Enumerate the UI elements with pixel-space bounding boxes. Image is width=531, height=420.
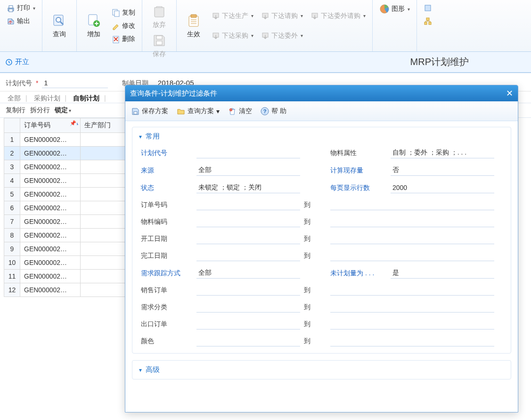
svg-rect-26 — [134, 112, 137, 114]
fld-source-label: 来源 — [141, 166, 193, 175]
fld-order-no-to[interactable] — [330, 200, 494, 210]
fld-plan-code-label: 计划代号 — [141, 149, 193, 157]
close-icon[interactable]: ✕ — [506, 88, 513, 99]
clear-button[interactable]: 清空 — [228, 107, 252, 115]
fld-status-value[interactable]: 未锁定 ；锁定 ；关闭 — [196, 182, 300, 193]
save-scheme-button[interactable]: 保存方案 — [131, 107, 168, 115]
to-label: 到 — [304, 218, 327, 226]
fld-material-code-label: 物料编码 — [141, 218, 193, 226]
fld-start-date-label: 开工日期 — [141, 235, 193, 243]
fld-unplanned-value[interactable]: 是 — [391, 268, 494, 279]
to-label: 到 — [304, 320, 327, 329]
fld-demand-class-to[interactable] — [330, 302, 494, 313]
fld-color-label: 颜色 — [141, 337, 193, 346]
fld-page-rows-input[interactable] — [391, 183, 494, 193]
panel-common-header[interactable]: ▾常用 — [132, 127, 511, 146]
fld-demand-track-value[interactable]: 全部 — [196, 268, 300, 279]
fld-unplanned-label: 未计划量为 . . . — [330, 269, 387, 278]
fld-sales-order-from[interactable] — [196, 285, 300, 296]
clear-label: 清空 — [239, 107, 252, 115]
save-scheme-label: 保存方案 — [142, 107, 168, 115]
fld-calc-stock-label: 计算现存量 — [330, 166, 387, 175]
help-label: 帮 助 — [271, 107, 286, 115]
dialog-body: ▾常用 计划代号 物料属性 自制 ；委外 ；采购 ；. . . 来源 全部 计算… — [125, 121, 518, 412]
to-label: 到 — [304, 252, 327, 260]
dialog-title-text: 查询条件-计划维护过滤条件 — [130, 89, 217, 98]
panel-advanced: ▾高级 — [132, 360, 511, 379]
query-dialog: 查询条件-计划维护过滤条件 ✕ 保存方案 查询方案 ▾ 清空 ? 帮 助 ▾常用 — [125, 85, 518, 412]
fld-end-date-to[interactable] — [330, 251, 494, 261]
to-label: 到 — [304, 235, 327, 243]
query-scheme-label: 查询方案 — [188, 107, 214, 115]
help-icon: ? — [261, 107, 269, 115]
fld-calc-stock-value[interactable]: 否 — [391, 165, 494, 176]
fld-status-label: 状态 — [141, 184, 193, 192]
dialog-titlebar[interactable]: 查询条件-计划维护过滤条件 ✕ — [125, 85, 518, 101]
fld-order-no-from[interactable] — [196, 200, 300, 210]
fld-export-order-to[interactable] — [330, 319, 494, 329]
panel-advanced-header[interactable]: ▾高级 — [132, 361, 511, 379]
svg-text:?: ? — [263, 108, 267, 114]
fld-start-date-to[interactable] — [330, 234, 494, 244]
fld-end-date-label: 完工日期 — [141, 252, 193, 260]
fld-material-code-to[interactable] — [330, 217, 494, 227]
fld-page-rows-label: 每页显示行数 — [330, 184, 387, 192]
fld-material-code-from[interactable] — [196, 217, 300, 227]
fld-color-from[interactable] — [196, 336, 300, 346]
fld-demand-track-label: 需求跟踪方式 — [141, 269, 193, 278]
fld-sales-order-label: 销售订单 — [141, 286, 193, 295]
fld-export-order-from[interactable] — [196, 319, 300, 329]
fld-sales-order-to[interactable] — [330, 285, 494, 296]
dialog-toolbar: 保存方案 查询方案 ▾ 清空 ? 帮 助 — [125, 101, 518, 121]
panel-common: ▾常用 计划代号 物料属性 自制 ；委外 ；采购 ；. . . 来源 全部 计算… — [132, 127, 511, 354]
fld-source-value[interactable]: 全部 — [196, 165, 300, 176]
fld-color-to[interactable] — [330, 336, 494, 346]
to-label: 到 — [304, 303, 327, 312]
fld-export-order-label: 出口订单 — [141, 320, 193, 329]
to-label: 到 — [304, 286, 327, 295]
to-label: 到 — [304, 201, 327, 209]
fld-order-no-label: 订单号码 — [141, 201, 193, 209]
fld-material-attr-label: 物料属性 — [330, 149, 387, 157]
chevron-down-icon: ▾ — [216, 107, 220, 115]
fld-demand-class-label: 需求分类 — [141, 303, 193, 312]
trash-icon — [228, 107, 237, 115]
caret-down-icon: ▾ — [139, 367, 142, 373]
fld-plan-code-input[interactable] — [196, 148, 300, 158]
caret-down-icon: ▾ — [139, 133, 142, 140]
to-label: 到 — [304, 337, 327, 346]
common-fields: 计划代号 物料属性 自制 ；委外 ；采购 ；. . . 来源 全部 计算现存量 … — [141, 148, 502, 346]
query-scheme-button[interactable]: 查询方案 ▾ — [177, 107, 220, 115]
panel-advanced-title: 高级 — [146, 365, 160, 373]
fld-material-attr-value[interactable]: 自制 ；委外 ；采购 ；. . . — [391, 148, 494, 158]
save-icon — [131, 107, 139, 115]
help-button[interactable]: ? 帮 助 — [261, 107, 286, 115]
fld-end-date-from[interactable] — [196, 251, 300, 261]
folder-open-icon — [177, 107, 185, 115]
fld-demand-class-from[interactable] — [196, 302, 300, 313]
fld-start-date-from[interactable] — [196, 234, 300, 244]
panel-common-title: 常用 — [146, 132, 160, 140]
